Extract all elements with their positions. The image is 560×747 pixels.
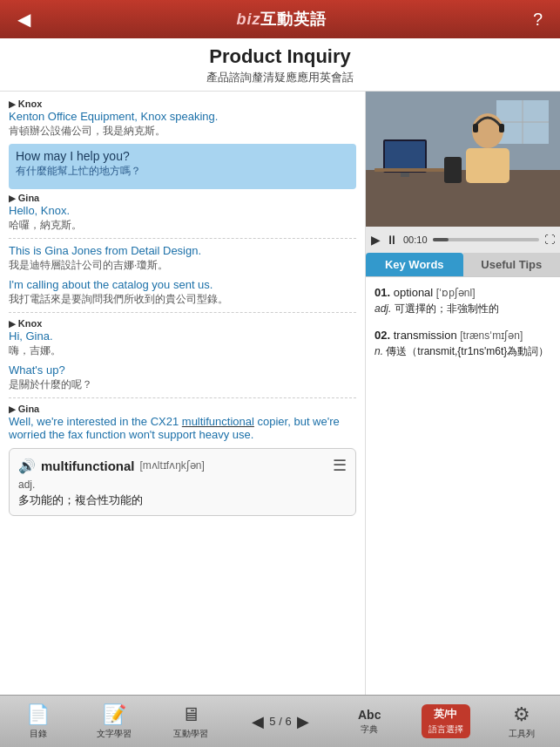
video-area: ▶ ⏸ 00:10 ⛶ — [366, 92, 560, 253]
tab-useful-tips[interactable]: Useful Tips — [463, 253, 561, 276]
dialogue-block-knox-2: Knox Hi, Gina. 嗨，吉娜。 — [9, 318, 356, 358]
nav-item-index[interactable]: 📄 目錄 — [14, 700, 62, 744]
play-button[interactable]: ▶ — [371, 233, 381, 247]
list-icon[interactable]: ☰ — [333, 456, 347, 475]
divider-2 — [9, 312, 356, 313]
svg-rect-11 — [473, 124, 478, 132]
language-icon: 英/中 — [434, 707, 457, 722]
dialogue-block-gina-final: Gina Well, we're interested in the CX21 … — [9, 404, 356, 441]
interactive-label: 互動學習 — [173, 728, 208, 740]
svg-rect-12 — [499, 124, 504, 132]
page-prev-button[interactable]: ◀ — [250, 712, 266, 731]
svg-rect-10 — [466, 148, 509, 183]
tools-label: 工具列 — [509, 728, 535, 740]
dictionary-label: 字典 — [361, 723, 378, 736]
index-icon: 📄 — [26, 703, 50, 726]
dialogue-zh-gina-3: 我打電話來是要詢問我們所收到的貴公司型錄。 — [9, 292, 356, 307]
kw-word-2: transmission — [394, 329, 461, 342]
kw-pos-2: n. — [374, 345, 386, 357]
svg-rect-13 — [444, 157, 462, 183]
dialogue-panel[interactable]: Knox Kenton Office Equipment, Knox speak… — [0, 92, 366, 697]
app-title: biz互動英語 — [236, 9, 327, 30]
pause-button[interactable]: ⏸ — [386, 233, 398, 247]
right-panel: ▶ ⏸ 00:10 ⛶ Key Words Useful Tips 01. op… — [366, 92, 560, 697]
popup-word: multifunctional — [41, 458, 135, 473]
svg-rect-8 — [401, 173, 409, 177]
dialogue-block-gina-1: Gina Hello, Knox. 哈囉，納克斯。 — [9, 193, 356, 233]
speaker-knox-2: Knox — [9, 318, 356, 329]
kw-num-2: 02. — [374, 329, 394, 342]
interactive-icon: 🖥 — [181, 703, 200, 726]
popup-pos: adj. — [18, 479, 347, 491]
tabs-area: Key Words Useful Tips — [366, 253, 560, 277]
word-popup-header: 🔊 multifunctional [mʌltɪfʌŋkʃən] ☰ — [18, 456, 347, 475]
nav-item-interactive[interactable]: 🖥 互動學習 — [166, 700, 215, 744]
text-study-label: 文字學習 — [97, 728, 132, 740]
video-controls: ▶ ⏸ 00:10 ⛶ — [366, 227, 560, 253]
kw-word-1: optional — [394, 286, 436, 299]
page-title-area: Product Inquiry 產品諮詢釐清疑應應用英會話 — [0, 38, 560, 92]
dialogue-zh-gina-1: 哈囉，納克斯。 — [9, 218, 356, 233]
video-progress-fill — [433, 238, 449, 241]
divider-3 — [9, 397, 356, 398]
dialogue-zh-knox-2: 嗨，吉娜。 — [9, 343, 356, 358]
highlight-block: How may I help you? 有什麼能幫上忙的地方嗎？ — [9, 144, 356, 189]
keywords-content: 01. optional [ˈɒpʃənl] adj. 可選擇的；非強制性的 0… — [366, 277, 560, 697]
nav-item-dictionary[interactable]: Abc 字典 — [346, 704, 394, 739]
dialogue-en-gina-3: I'm calling about the catalog you sent u… — [9, 278, 356, 291]
popup-phonetic: [mʌltɪfʌŋkʃən] — [140, 459, 205, 472]
dialogue-block-gina-2: This is Gina Jones from Detail Design. 我… — [9, 244, 356, 273]
nav-item-language[interactable]: 英/中 語言選擇 — [422, 704, 470, 738]
kw-def-2: 傳送（transmit,{tr1ns'm6t}為動詞） — [386, 345, 549, 357]
dialogue-en-gina-final: Well, we're interested in the CX21 multi… — [9, 415, 356, 441]
speaker-gina-1: Gina — [9, 193, 356, 203]
svg-rect-14 — [374, 168, 444, 172]
index-label: 目錄 — [30, 728, 47, 740]
svg-rect-1 — [366, 170, 560, 227]
dictionary-icon: Abc — [358, 708, 381, 722]
highlight-zh: 有什麼能幫上忙的地方嗎？ — [16, 164, 349, 179]
tab-keywords[interactable]: Key Words — [366, 253, 463, 276]
underline-word[interactable]: multifunctional — [182, 415, 254, 428]
text-study-icon: 📝 — [103, 703, 126, 726]
page-sub-title: 產品諮詢釐清疑應應用英會話 — [0, 70, 560, 85]
dialogue-en-knox-2: Hi, Gina. — [9, 329, 356, 343]
nav-item-text-study[interactable]: 📝 文字學習 — [90, 700, 138, 744]
keyword-item-2: 02. transmission [trænsˈmɪʃən] n. 傳送（tra… — [374, 327, 551, 359]
svg-rect-7 — [385, 141, 425, 169]
keyword-item-1: 01. optional [ˈɒpʃənl] adj. 可選擇的；非強制性的 — [374, 284, 551, 316]
kw-num-1: 01. — [374, 286, 394, 299]
page-number: 5 / 6 — [269, 715, 291, 728]
dialogue-en-1: Kenton Office Equipment, Knox speaking. — [9, 110, 356, 123]
divider-1 — [9, 238, 356, 239]
page-next-button[interactable]: ▶ — [295, 712, 311, 731]
dialogue-en-gina-2: This is Gina Jones from Detail Design. — [9, 244, 356, 257]
video-time: 00:10 — [403, 234, 428, 245]
language-label: 語言選擇 — [428, 723, 463, 736]
dialogue-block-gina-3: I'm calling about the catalog you sent u… — [9, 278, 356, 307]
tools-icon: ⚙ — [513, 703, 530, 726]
dialogue-block-whatsup: What's up? 是關於什麼的呢？ — [9, 363, 356, 392]
word-title-area: 🔊 multifunctional [mʌltɪfʌŋkʃən] — [18, 458, 205, 474]
nav-item-tools[interactable]: ⚙ 工具列 — [498, 700, 546, 744]
video-thumbnail[interactable] — [366, 92, 560, 227]
back-button[interactable]: ◀ — [10, 5, 37, 33]
bottom-bar: 📄 目錄 📝 文字學習 🖥 互動學習 ◀ 5 / 6 ▶ Abc 字典 英/中 … — [0, 695, 560, 747]
word-popup: 🔊 multifunctional [mʌltɪfʌŋkʃən] ☰ adj. … — [9, 448, 356, 516]
speaker-gina-final: Gina — [9, 404, 356, 414]
audio-icon[interactable]: 🔊 — [18, 458, 36, 474]
dialogue-en-gina-1: Hello, Knox. — [9, 204, 356, 217]
header: ◀ biz互動英語 ? — [0, 0, 560, 38]
kw-def-1: 可選擇的；非強制性的 — [395, 302, 499, 315]
kw-phonetic-1: [ˈɒpʃənl] — [436, 287, 476, 299]
video-progress-bar[interactable] — [433, 238, 539, 241]
kw-pos-1: adj. — [374, 302, 395, 315]
help-button[interactable]: ? — [526, 6, 550, 33]
highlight-en: How may I help you? — [16, 149, 349, 163]
page-main-title: Product Inquiry — [0, 45, 560, 68]
main-content: Knox Kenton Office Equipment, Knox speak… — [0, 92, 560, 697]
dialogue-zh-whatsup: 是關於什麼的呢？ — [9, 377, 356, 392]
fullscreen-button[interactable]: ⛶ — [544, 234, 555, 246]
dialogue-zh-1: 肯頓辦公設備公司，我是納克斯。 — [9, 124, 356, 139]
speaker-knox-1: Knox — [9, 98, 356, 109]
